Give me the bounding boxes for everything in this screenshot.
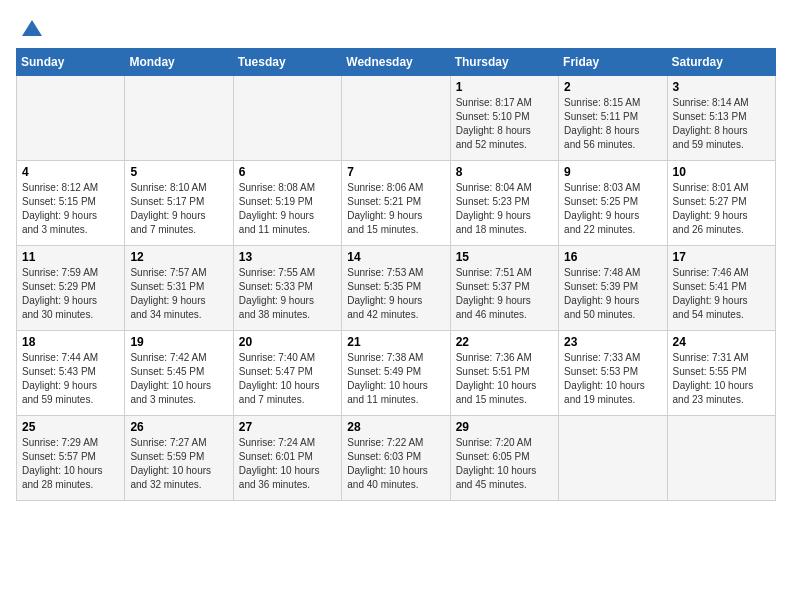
header-cell-wednesday: Wednesday <box>342 49 450 76</box>
day-number: 24 <box>673 335 770 349</box>
day-info: Sunrise: 7:29 AM Sunset: 5:57 PM Dayligh… <box>22 436 119 492</box>
day-number: 3 <box>673 80 770 94</box>
day-info: Sunrise: 8:04 AM Sunset: 5:23 PM Dayligh… <box>456 181 553 237</box>
day-info: Sunrise: 7:48 AM Sunset: 5:39 PM Dayligh… <box>564 266 661 322</box>
svg-marker-0 <box>22 20 42 36</box>
header-cell-saturday: Saturday <box>667 49 775 76</box>
day-cell: 16Sunrise: 7:48 AM Sunset: 5:39 PM Dayli… <box>559 246 667 331</box>
day-cell: 9Sunrise: 8:03 AM Sunset: 5:25 PM Daylig… <box>559 161 667 246</box>
day-cell: 29Sunrise: 7:20 AM Sunset: 6:05 PM Dayli… <box>450 416 558 501</box>
day-info: Sunrise: 7:24 AM Sunset: 6:01 PM Dayligh… <box>239 436 336 492</box>
day-info: Sunrise: 8:10 AM Sunset: 5:17 PM Dayligh… <box>130 181 227 237</box>
week-row: 18Sunrise: 7:44 AM Sunset: 5:43 PM Dayli… <box>17 331 776 416</box>
day-number: 4 <box>22 165 119 179</box>
day-number: 23 <box>564 335 661 349</box>
header-cell-tuesday: Tuesday <box>233 49 341 76</box>
day-cell: 15Sunrise: 7:51 AM Sunset: 5:37 PM Dayli… <box>450 246 558 331</box>
day-number: 20 <box>239 335 336 349</box>
week-row: 11Sunrise: 7:59 AM Sunset: 5:29 PM Dayli… <box>17 246 776 331</box>
day-cell: 3Sunrise: 8:14 AM Sunset: 5:13 PM Daylig… <box>667 76 775 161</box>
header-cell-monday: Monday <box>125 49 233 76</box>
day-cell <box>559 416 667 501</box>
day-number: 18 <box>22 335 119 349</box>
day-info: Sunrise: 7:33 AM Sunset: 5:53 PM Dayligh… <box>564 351 661 407</box>
day-info: Sunrise: 7:36 AM Sunset: 5:51 PM Dayligh… <box>456 351 553 407</box>
week-row: 4Sunrise: 8:12 AM Sunset: 5:15 PM Daylig… <box>17 161 776 246</box>
day-cell: 22Sunrise: 7:36 AM Sunset: 5:51 PM Dayli… <box>450 331 558 416</box>
header-cell-thursday: Thursday <box>450 49 558 76</box>
day-cell <box>233 76 341 161</box>
logo-icon <box>18 16 42 40</box>
day-number: 26 <box>130 420 227 434</box>
day-cell: 17Sunrise: 7:46 AM Sunset: 5:41 PM Dayli… <box>667 246 775 331</box>
day-cell: 11Sunrise: 7:59 AM Sunset: 5:29 PM Dayli… <box>17 246 125 331</box>
day-number: 13 <box>239 250 336 264</box>
day-cell: 19Sunrise: 7:42 AM Sunset: 5:45 PM Dayli… <box>125 331 233 416</box>
day-info: Sunrise: 7:44 AM Sunset: 5:43 PM Dayligh… <box>22 351 119 407</box>
day-info: Sunrise: 8:08 AM Sunset: 5:19 PM Dayligh… <box>239 181 336 237</box>
day-info: Sunrise: 7:31 AM Sunset: 5:55 PM Dayligh… <box>673 351 770 407</box>
day-number: 14 <box>347 250 444 264</box>
day-cell <box>667 416 775 501</box>
day-cell: 6Sunrise: 8:08 AM Sunset: 5:19 PM Daylig… <box>233 161 341 246</box>
day-number: 10 <box>673 165 770 179</box>
logo <box>16 16 42 40</box>
day-number: 28 <box>347 420 444 434</box>
day-info: Sunrise: 7:53 AM Sunset: 5:35 PM Dayligh… <box>347 266 444 322</box>
day-number: 12 <box>130 250 227 264</box>
day-cell: 21Sunrise: 7:38 AM Sunset: 5:49 PM Dayli… <box>342 331 450 416</box>
day-number: 17 <box>673 250 770 264</box>
day-cell: 24Sunrise: 7:31 AM Sunset: 5:55 PM Dayli… <box>667 331 775 416</box>
day-info: Sunrise: 8:14 AM Sunset: 5:13 PM Dayligh… <box>673 96 770 152</box>
day-cell: 14Sunrise: 7:53 AM Sunset: 5:35 PM Dayli… <box>342 246 450 331</box>
day-cell: 2Sunrise: 8:15 AM Sunset: 5:11 PM Daylig… <box>559 76 667 161</box>
day-cell: 23Sunrise: 7:33 AM Sunset: 5:53 PM Dayli… <box>559 331 667 416</box>
day-info: Sunrise: 7:55 AM Sunset: 5:33 PM Dayligh… <box>239 266 336 322</box>
day-number: 19 <box>130 335 227 349</box>
day-number: 7 <box>347 165 444 179</box>
day-info: Sunrise: 8:03 AM Sunset: 5:25 PM Dayligh… <box>564 181 661 237</box>
day-cell: 10Sunrise: 8:01 AM Sunset: 5:27 PM Dayli… <box>667 161 775 246</box>
day-info: Sunrise: 7:20 AM Sunset: 6:05 PM Dayligh… <box>456 436 553 492</box>
day-number: 5 <box>130 165 227 179</box>
day-number: 16 <box>564 250 661 264</box>
day-number: 25 <box>22 420 119 434</box>
day-info: Sunrise: 7:22 AM Sunset: 6:03 PM Dayligh… <box>347 436 444 492</box>
day-number: 29 <box>456 420 553 434</box>
day-cell: 28Sunrise: 7:22 AM Sunset: 6:03 PM Dayli… <box>342 416 450 501</box>
header-cell-friday: Friday <box>559 49 667 76</box>
day-number: 8 <box>456 165 553 179</box>
day-info: Sunrise: 7:46 AM Sunset: 5:41 PM Dayligh… <box>673 266 770 322</box>
day-info: Sunrise: 8:15 AM Sunset: 5:11 PM Dayligh… <box>564 96 661 152</box>
day-cell <box>17 76 125 161</box>
day-number: 2 <box>564 80 661 94</box>
calendar-table: SundayMondayTuesdayWednesdayThursdayFrid… <box>16 48 776 501</box>
day-cell: 13Sunrise: 7:55 AM Sunset: 5:33 PM Dayli… <box>233 246 341 331</box>
week-row: 1Sunrise: 8:17 AM Sunset: 5:10 PM Daylig… <box>17 76 776 161</box>
day-number: 21 <box>347 335 444 349</box>
day-cell: 1Sunrise: 8:17 AM Sunset: 5:10 PM Daylig… <box>450 76 558 161</box>
day-cell: 26Sunrise: 7:27 AM Sunset: 5:59 PM Dayli… <box>125 416 233 501</box>
day-number: 1 <box>456 80 553 94</box>
day-cell: 12Sunrise: 7:57 AM Sunset: 5:31 PM Dayli… <box>125 246 233 331</box>
day-info: Sunrise: 7:27 AM Sunset: 5:59 PM Dayligh… <box>130 436 227 492</box>
day-cell: 4Sunrise: 8:12 AM Sunset: 5:15 PM Daylig… <box>17 161 125 246</box>
day-info: Sunrise: 7:38 AM Sunset: 5:49 PM Dayligh… <box>347 351 444 407</box>
day-info: Sunrise: 8:17 AM Sunset: 5:10 PM Dayligh… <box>456 96 553 152</box>
day-number: 11 <box>22 250 119 264</box>
day-number: 22 <box>456 335 553 349</box>
day-info: Sunrise: 8:12 AM Sunset: 5:15 PM Dayligh… <box>22 181 119 237</box>
day-cell: 20Sunrise: 7:40 AM Sunset: 5:47 PM Dayli… <box>233 331 341 416</box>
day-info: Sunrise: 7:59 AM Sunset: 5:29 PM Dayligh… <box>22 266 119 322</box>
day-cell: 8Sunrise: 8:04 AM Sunset: 5:23 PM Daylig… <box>450 161 558 246</box>
day-number: 9 <box>564 165 661 179</box>
calendar-header: SundayMondayTuesdayWednesdayThursdayFrid… <box>17 49 776 76</box>
day-info: Sunrise: 8:01 AM Sunset: 5:27 PM Dayligh… <box>673 181 770 237</box>
header-row: SundayMondayTuesdayWednesdayThursdayFrid… <box>17 49 776 76</box>
day-cell: 25Sunrise: 7:29 AM Sunset: 5:57 PM Dayli… <box>17 416 125 501</box>
day-cell <box>125 76 233 161</box>
day-info: Sunrise: 7:42 AM Sunset: 5:45 PM Dayligh… <box>130 351 227 407</box>
day-info: Sunrise: 7:57 AM Sunset: 5:31 PM Dayligh… <box>130 266 227 322</box>
day-cell: 27Sunrise: 7:24 AM Sunset: 6:01 PM Dayli… <box>233 416 341 501</box>
day-info: Sunrise: 7:51 AM Sunset: 5:37 PM Dayligh… <box>456 266 553 322</box>
